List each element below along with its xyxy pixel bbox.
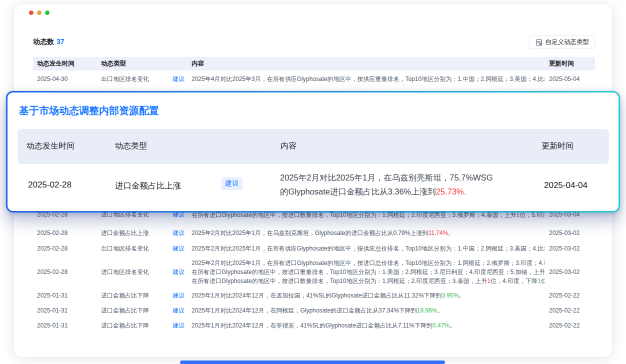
content-line: 在所有进口Glyphosate的地区中，按进口重量排名，Top10地区分别为：1… — [192, 268, 544, 276]
content-text: 位，5.印度，下降 — [520, 212, 544, 218]
content-text: 的Glyphosate进口金额占比从3.36%上涨到 — [280, 187, 436, 196]
table-row[interactable]: 2025-02-28出口地区排名变化建议2025-03-022025年2月对比2… — [33, 242, 595, 256]
suggestion-badge: 建议 — [172, 306, 184, 315]
bottom-indicator — [180, 360, 445, 364]
content-line: 2025年1月对比2024年12月，在菲律宾，41%SL的Glyphosate进… — [192, 321, 544, 330]
content-text: 在所有进口Glyphosate的地区中，按进口数量排名，Top10地区分别为：1… — [192, 212, 516, 218]
highlight-callout: 基于市场动态调整内部资源配置 动态发生时间 动态类型 内容 更新时间 2025-… — [6, 91, 620, 212]
table-row[interactable]: 2025-01-31进口金额占比下降建议2025-02-222025年1月对比2… — [33, 304, 595, 318]
content-text: 在所有进口Glyphosate的地区中，按进口数量排名，Top10地区分别为：1… — [192, 278, 487, 284]
cell-content: 2025年4月对比2025年3月，在所有供应Glyphosate的地区中，按供应… — [192, 74, 544, 84]
content-line: 2025年2月对比2025年1月，在所有供应Glyphosate的地区中，按供应… — [192, 244, 544, 253]
content-line: 2025年1月对比2024年12月，在孟加拉国，41%SL的Glyphosate… — [192, 291, 544, 300]
content-text: 2025年2月对比2025年1月，在所有进口Glyphosate的地区中，按进口… — [192, 260, 544, 266]
highlighted-value: 18.96% — [417, 307, 438, 314]
callout-cell-type: 进口金额占比上涨 — [115, 180, 181, 192]
content-line: 2025年1月对比2024年12月，在阿根廷，Glyphosate的进口金额占比… — [192, 306, 544, 315]
content-text: 。 — [459, 292, 465, 299]
cell-type: 进口金额占比下降 — [101, 321, 149, 330]
cell-update: 2025-03-02 — [549, 268, 580, 276]
content-text: 2025年2月对比2025年1月，在所有供应Glyphosate的地区中，按供应… — [192, 245, 544, 252]
suggestion-badge: 建议 — [222, 177, 242, 190]
cell-type: 进口金额占比下降 — [101, 306, 149, 315]
callout-column-update: 更新时间 — [542, 141, 574, 152]
table-row[interactable]: 2025-01-31进口金额占比下降建议2025-02-222025年1月对比2… — [33, 320, 595, 334]
callout-column-date: 动态发生时间 — [26, 141, 74, 152]
callout-table-header: 动态发生时间 动态类型 内容 更新时间 — [18, 129, 609, 164]
suggestion-badge: 建议 — [172, 74, 184, 84]
cell-date: 2025-04-30 — [37, 74, 68, 84]
cell-content: 2025年1月对比2024年12月，在菲律宾，41%SL的Glyphosate进… — [192, 321, 544, 330]
content-text: 2025年2月对比2025年1月，在乌兹别克斯坦，Glyphosate的进口金额… — [192, 230, 428, 236]
content-text: 2025年2月对比2025年1月，在乌兹别亮斯坦，75.7%WSG — [280, 173, 492, 182]
cell-update: 2025-03-02 — [549, 228, 580, 238]
callout-cell-content: 2025年2月对比2025年1月，在乌兹别亮斯坦，75.7%WSG的Glypho… — [280, 170, 535, 198]
highlighted-value: 11.74% — [428, 230, 448, 236]
table-row[interactable]: 2025-02-28进口地区排名变化建议2025-03-022025年2月对比2… — [33, 257, 595, 289]
cell-type: 进口金额占比下降 — [101, 291, 149, 300]
cell-type: 出口地区排名变化 — [101, 244, 149, 253]
cell-update: 2025-02-22 — [549, 321, 580, 330]
cell-content: 2025年1月对比2024年12月，在孟加拉国，41%SL的Glyphosate… — [192, 291, 544, 300]
suggestion-badge: 建议 — [172, 268, 184, 276]
cell-date: 2025-02-28 — [37, 244, 68, 253]
callout-cell-date: 2025-02-28 — [28, 180, 72, 190]
content-line: 在所有进口Glyphosate的地区中，按进口数量排名，Top10地区分别为：1… — [192, 276, 544, 286]
content-text: 。 — [438, 307, 444, 314]
cell-date: 2025-01-31 — [37, 321, 68, 330]
content-text: 位，4.印度，下降 — [490, 278, 538, 284]
table-row[interactable]: 2025-02-28进口金额占比上涨建议2025-03-022025年2月对比2… — [33, 227, 595, 241]
cell-type: 进口地区排名变化 — [101, 268, 149, 276]
table-row[interactable]: 2025-04-30出口地区排名变化建议2025-05-042025年4月对比2… — [33, 73, 595, 87]
cell-type: 进口金额占比上涨 — [101, 228, 149, 238]
cell-update: 2025-02-22 — [549, 291, 580, 300]
cell-content: 2025年2月对比2025年1月，在所有供应Glyphosate的地区中，按供应… — [192, 244, 544, 253]
suggestion-badge: 建议 — [172, 228, 184, 238]
suggestion-badge: 建议 — [172, 321, 184, 330]
suggestion-badge: 建议 — [172, 244, 184, 253]
cell-type: 出口地区排名变化 — [101, 74, 149, 84]
callout-panel: 基于市场动态调整内部资源配置 动态发生时间 动态类型 内容 更新时间 2025-… — [8, 92, 618, 211]
callout-content-line: 2025年2月对比2025年1月，在乌兹别亮斯坦，75.7%WSG — [280, 170, 535, 184]
callout-column-type: 动态类型 — [115, 141, 147, 152]
cell-content: 2025年1月对比2024年12月，在阿根廷，Glyphosate的进口金额占比… — [192, 306, 544, 315]
cell-date: 2025-02-28 — [37, 228, 68, 238]
callout-content-line: 的Glyphosate进口金额占比从3.36%上涨到25.73%. — [280, 184, 535, 198]
content-line: 2025年2月对比2025年1月，在所有进口Glyphosate的地区中，按进口… — [192, 258, 544, 268]
suggestion-badge: 建议 — [172, 291, 184, 300]
content-text: 位，5.俄罗斯... — [541, 278, 544, 284]
table-row[interactable]: 2025-01-31进口金额占比下降建议2025-02-222025年1月对比2… — [33, 290, 595, 304]
cell-date: 2025-01-31 — [37, 291, 68, 300]
highlighted-value: 0.47% — [432, 322, 450, 329]
cell-content: 2025年2月对比2025年1月，在所有进口Glyphosate的地区中，按进口… — [192, 258, 544, 286]
callout-title: 基于市场动态调整内部资源配置 — [19, 104, 159, 118]
callout-cell-update: 2025-04-04 — [544, 180, 588, 190]
content-text: 。 — [450, 322, 456, 329]
content-line: 2025年2月对比2025年1月，在乌兹别克斯坦，Glyphosate的进口金额… — [192, 228, 544, 238]
cell-update: 2025-03-02 — [549, 244, 580, 253]
cell-update: 2025-02-22 — [549, 306, 580, 315]
highlighted-value: 1 — [538, 278, 541, 284]
content-text: 2025年4月对比2025年3月，在所有供应Glyphosate的地区中，按供应… — [192, 76, 544, 82]
content-text: 。 — [448, 230, 454, 236]
content-text: 2025年1月对比2024年12月，在阿根廷，Glyphosate的进口金额占比… — [192, 307, 417, 314]
cell-date: 2025-02-28 — [37, 268, 68, 276]
cell-update: 2025-05-04 — [549, 74, 580, 84]
cell-date: 2025-01-31 — [37, 306, 68, 315]
highlighted-value: 3.95% — [442, 292, 459, 299]
content-text: 在所有进口Glyphosate的地区中，按进口重量排名，Top10地区分别为：1… — [192, 268, 544, 276]
cell-content: 2025年2月对比2025年1月，在乌兹别克斯坦，Glyphosate的进口金额… — [192, 228, 544, 238]
callout-column-content: 内容 — [280, 141, 296, 152]
highlighted-value: 25.73%. — [436, 187, 466, 196]
content-line: 2025年4月对比2025年3月，在所有供应Glyphosate的地区中，按供应… — [192, 74, 544, 84]
content-text: 2025年1月对比2024年12月，在孟加拉国，41%SL的Glyphosate… — [192, 292, 442, 299]
content-text: 2025年1月对比2024年12月，在菲律宾，41%SL的Glyphosate进… — [192, 322, 432, 329]
